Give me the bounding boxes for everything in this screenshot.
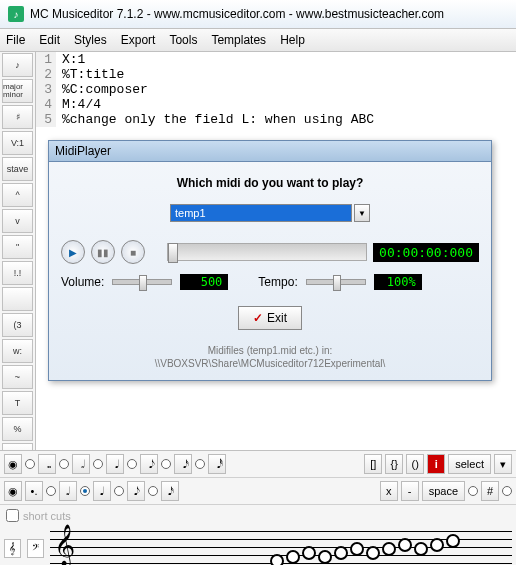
tool-tilde[interactable]: ~ (2, 365, 33, 389)
position-slider[interactable] (167, 243, 367, 261)
note-toolbar-1: ◉ 𝅝 𝅗𝅥 𝅘𝅥 𝅘𝅥𝅮 𝅘𝅥𝅯 𝅘𝅥𝅰 [] {} () i select … (0, 451, 516, 478)
tool-caret-up-icon[interactable]: ^ (2, 183, 33, 207)
play-button[interactable]: ▶ (61, 240, 85, 264)
dot-icon[interactable]: •. (25, 481, 43, 501)
dotted-sixteenth-icon[interactable]: 𝅘𝅥𝅯. (161, 481, 179, 501)
menu-export[interactable]: Export (121, 33, 156, 47)
volume-value: 500 (180, 274, 228, 290)
bass-clef-button[interactable]: 𝄢 (27, 539, 44, 558)
menu-file[interactable]: File (6, 33, 25, 47)
dotted-half-icon[interactable]: 𝅗𝅥. (59, 481, 77, 501)
code-line: X:1 (56, 52, 85, 67)
space-button[interactable]: space (422, 481, 465, 501)
midi-select[interactable]: temp1 ▼ (170, 204, 370, 222)
line-number: 2 (36, 67, 56, 82)
notehead-icon[interactable] (430, 538, 444, 552)
dotted-eighth-icon[interactable]: 𝅘𝅥𝅮. (127, 481, 145, 501)
notehead-icon[interactable] (366, 546, 380, 560)
tool-empty[interactable] (2, 287, 33, 311)
notehead-icon[interactable] (350, 542, 364, 556)
radio[interactable] (468, 486, 478, 496)
time-display: 00:00:00:000 (373, 243, 479, 262)
tool-major-minor[interactable]: major minor (2, 79, 33, 103)
notehead-icon[interactable] (414, 542, 428, 556)
volume-slider[interactable] (112, 279, 172, 285)
pause-icon: ▮▮ (97, 247, 109, 258)
dialog-title[interactable]: MidiPlayer (49, 141, 491, 162)
menu-tools[interactable]: Tools (169, 33, 197, 47)
notehead-icon[interactable] (446, 534, 460, 548)
tool-t[interactable]: T (2, 391, 33, 415)
radio[interactable] (59, 459, 69, 469)
dotted-quarter-icon[interactable]: 𝅘𝅥. (93, 481, 111, 501)
x-button[interactable]: x (380, 481, 398, 501)
shortcuts-checkbox[interactable] (6, 509, 19, 522)
line-number: 3 (36, 82, 56, 97)
menu-templates[interactable]: Templates (211, 33, 266, 47)
radio[interactable] (161, 459, 171, 469)
treble-clef-icon: 𝄞 (54, 524, 75, 565)
shortcuts-row: short cuts (0, 505, 516, 526)
treble-clef-button[interactable]: 𝄞 (4, 539, 21, 558)
radio[interactable] (93, 459, 103, 469)
tool-quote[interactable]: " (2, 235, 33, 259)
info-button[interactable]: i (427, 454, 445, 474)
radio[interactable] (114, 486, 124, 496)
tool-bang[interactable]: !.! (2, 261, 33, 285)
pause-button[interactable]: ▮▮ (91, 240, 115, 264)
tool-triplet[interactable]: (3 (2, 313, 33, 337)
eighth-note-icon[interactable]: 𝅘𝅥𝅮 (140, 454, 158, 474)
music-staff[interactable]: 𝄞 (50, 528, 512, 565)
tool-stave[interactable]: stave (2, 157, 33, 181)
radio[interactable] (148, 486, 158, 496)
tool-caret-down-icon[interactable]: v (2, 209, 33, 233)
check-icon: ✓ (253, 311, 263, 325)
chevron-down-icon[interactable]: ▾ (494, 454, 512, 474)
bracket-square-button[interactable]: [] (364, 454, 382, 474)
tool-note-icon[interactable]: ♪ (2, 53, 33, 77)
stop-icon: ■ (130, 247, 136, 258)
tool-percent[interactable]: % (2, 417, 33, 441)
tool-w[interactable]: w: (2, 339, 33, 363)
radio[interactable] (195, 459, 205, 469)
menu-styles[interactable]: Styles (74, 33, 107, 47)
menu-edit[interactable]: Edit (39, 33, 60, 47)
quarter-note-icon[interactable]: 𝅘𝅥 (106, 454, 124, 474)
notehead-icon[interactable] (382, 542, 396, 556)
radio[interactable] (25, 459, 35, 469)
radio-selected[interactable] (80, 486, 90, 496)
notehead-icon[interactable] (398, 538, 412, 552)
select-button[interactable]: select (448, 454, 491, 474)
slider-thumb[interactable] (333, 275, 341, 291)
notehead-icon[interactable] (318, 550, 332, 564)
sharp-icon[interactable]: # (481, 481, 499, 501)
tool-sharp-icon[interactable]: ♯ (2, 105, 33, 129)
eye-icon[interactable]: ◉ (4, 454, 22, 474)
stop-button[interactable]: ■ (121, 240, 145, 264)
radio[interactable] (502, 486, 512, 496)
notehead-icon[interactable] (302, 546, 316, 560)
slider-thumb[interactable] (139, 275, 147, 291)
menu-help[interactable]: Help (280, 33, 305, 47)
whole-note-icon[interactable]: 𝅝 (38, 454, 56, 474)
thirtysecond-note-icon[interactable]: 𝅘𝅥𝅰 (208, 454, 226, 474)
slider-thumb[interactable] (168, 243, 178, 263)
dash-button[interactable]: - (401, 481, 419, 501)
notehead-icon[interactable] (286, 550, 300, 564)
radio[interactable] (46, 486, 56, 496)
chevron-down-icon[interactable]: ▼ (354, 204, 370, 222)
notehead-icon[interactable] (334, 546, 348, 560)
exit-button[interactable]: ✓ Exit (238, 306, 302, 330)
tempo-label: Tempo: (258, 275, 297, 289)
bracket-curly-button[interactable]: {} (385, 454, 403, 474)
radio[interactable] (127, 459, 137, 469)
tempo-slider[interactable] (306, 279, 366, 285)
sixteenth-note-icon[interactable]: 𝅘𝅥𝅯 (174, 454, 192, 474)
code-line: %change only the field L: when using ABC (56, 112, 374, 127)
notehead-icon[interactable] (270, 554, 284, 565)
tool-voice[interactable]: V:1 (2, 131, 33, 155)
bracket-round-button[interactable]: () (406, 454, 424, 474)
note-toolbar-2: ◉ •. 𝅗𝅥. 𝅘𝅥. 𝅘𝅥𝅮. 𝅘𝅥𝅯. x - space # (0, 478, 516, 505)
half-note-icon[interactable]: 𝅗𝅥 (72, 454, 90, 474)
eye-icon[interactable]: ◉ (4, 481, 22, 501)
